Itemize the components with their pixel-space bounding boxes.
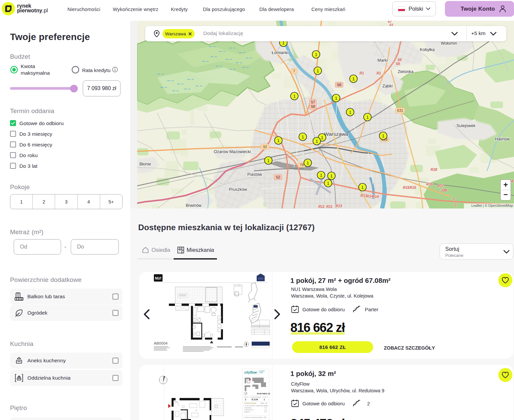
svg-text:Zielonka: Zielonka bbox=[398, 69, 413, 74]
svg-text:R13: R13 bbox=[360, 193, 367, 197]
svg-text:POWIERZCHNIA MIESZKANIA: POWIERZCHNIA MIESZKANIA bbox=[244, 417, 263, 418]
svg-text:R14: R14 bbox=[372, 194, 378, 198]
svg-text:Brwinów: Brwinów bbox=[186, 203, 202, 208]
svg-text:1: 1 bbox=[327, 181, 329, 186]
svg-text:NU!: NU! bbox=[155, 276, 162, 280]
svg-text:S2: S2 bbox=[276, 175, 280, 179]
svg-text:4 BALKON: 4 BALKON bbox=[244, 411, 250, 413]
svg-text:R1: R1 bbox=[376, 71, 381, 75]
svg-text:1: 1 bbox=[267, 158, 269, 163]
svg-text:S8: S8 bbox=[337, 83, 341, 87]
svg-text:1: 1 bbox=[321, 135, 323, 140]
svg-text:7: 7 bbox=[293, 69, 295, 73]
svg-text:4.04: 4.04 bbox=[264, 409, 267, 411]
svg-text:6.98: 6.98 bbox=[264, 411, 267, 413]
svg-text:S8: S8 bbox=[311, 104, 315, 108]
svg-text:1 POKÓJ DZIENNY Z ANEKSEM KUCH: 1 POKÓJ DZIENNY Z ANEKSEM KUCH. bbox=[244, 405, 267, 407]
svg-text:1: 1 bbox=[293, 94, 295, 99]
svg-text:R18: R18 bbox=[431, 167, 437, 171]
svg-text:R11: R11 bbox=[326, 204, 332, 208]
svg-text:79: 79 bbox=[300, 163, 304, 167]
svg-text:cityflow: cityflow bbox=[244, 371, 257, 374]
svg-text:1: 1 bbox=[335, 96, 337, 101]
svg-text:Halinów: Halinów bbox=[495, 137, 510, 141]
svg-text:2 ŁAZIENKA: 2 ŁAZIENKA bbox=[244, 407, 251, 409]
svg-text:1: 1 bbox=[315, 52, 317, 57]
svg-text:R1: R1 bbox=[359, 71, 364, 75]
svg-text:1: 1 bbox=[382, 133, 384, 138]
svg-text:1: 1 bbox=[330, 173, 332, 178]
svg-text:2: 2 bbox=[453, 197, 455, 201]
svg-text:Warszawa: Warszawa bbox=[324, 131, 348, 137]
svg-text:59: 59 bbox=[398, 58, 402, 62]
svg-text:92: 92 bbox=[263, 145, 267, 149]
svg-text:Kobyłka: Kobyłka bbox=[420, 47, 435, 52]
svg-text:S7: S7 bbox=[311, 100, 315, 104]
svg-text:Ożarów Mazowiecki: Ożarów Mazowiecki bbox=[214, 149, 251, 154]
svg-text:PIĘTRO: PIĘTRO bbox=[244, 396, 249, 398]
svg-text:1: 1 bbox=[352, 76, 354, 81]
svg-text:3 PRZEDPOKÓJ: 3 PRZEDPOKÓJ bbox=[244, 409, 254, 411]
svg-text:R13: R13 bbox=[335, 204, 342, 208]
svg-text:BUDYNEK 02: BUDYNEK 02 bbox=[257, 392, 270, 395]
svg-text:1: 1 bbox=[264, 398, 265, 401]
svg-text:E.3.04: E.3.04 bbox=[252, 398, 258, 401]
svg-text:3.40: 3.40 bbox=[264, 407, 267, 409]
svg-text:Błonie: Błonie bbox=[140, 162, 151, 166]
svg-text:1: 1 bbox=[320, 173, 322, 178]
svg-text:20.38: 20.38 bbox=[264, 405, 268, 407]
svg-text:Wołomin: Wołomin bbox=[441, 41, 457, 46]
svg-text:1: 1 bbox=[361, 185, 363, 190]
svg-text:AB0004: AB0004 bbox=[154, 341, 168, 345]
svg-text:L.POKOI: L.POKOI bbox=[262, 396, 268, 398]
svg-text:Piastów: Piastów bbox=[247, 172, 262, 177]
svg-text:R16: R16 bbox=[426, 182, 433, 186]
svg-text:Pruszków: Pruszków bbox=[229, 187, 247, 192]
svg-text:R11: R11 bbox=[318, 204, 324, 208]
svg-text:2: 2 bbox=[245, 398, 246, 401]
svg-text:1: 1 bbox=[349, 110, 351, 115]
svg-text:1: 1 bbox=[306, 160, 309, 165]
svg-text:R15: R15 bbox=[410, 185, 416, 189]
svg-text:POW. / M²: POW. / M² bbox=[260, 403, 267, 404]
svg-text:1: 1 bbox=[301, 134, 304, 139]
svg-text:Łomianki: Łomianki bbox=[272, 50, 288, 55]
svg-text:631: 631 bbox=[397, 108, 403, 112]
svg-text:Rzut kondygnacji: Rzut kondygnacji bbox=[233, 284, 243, 286]
svg-text:32: 32 bbox=[264, 417, 266, 418]
svg-text:1: 1 bbox=[277, 138, 279, 143]
svg-text:R15: R15 bbox=[403, 185, 409, 189]
svg-text:R17: R17 bbox=[437, 184, 444, 188]
svg-text:Marki: Marki bbox=[377, 58, 388, 63]
svg-text:33B: 33B bbox=[441, 188, 447, 192]
svg-text:1: 1 bbox=[315, 139, 318, 144]
svg-text:POMIESZCZENIE: POMIESZCZENIE bbox=[244, 403, 256, 404]
svg-text:NR MIESZKANIA: NR MIESZKANIA bbox=[250, 396, 261, 398]
svg-text:1: 1 bbox=[316, 68, 319, 73]
svg-text:1: 1 bbox=[366, 115, 368, 120]
svg-text:Sulejówek: Sulejówek bbox=[457, 123, 476, 128]
svg-text:2: 2 bbox=[454, 203, 457, 207]
svg-text:Ząbki: Ząbki bbox=[382, 84, 393, 88]
svg-text:59: 59 bbox=[396, 62, 400, 66]
